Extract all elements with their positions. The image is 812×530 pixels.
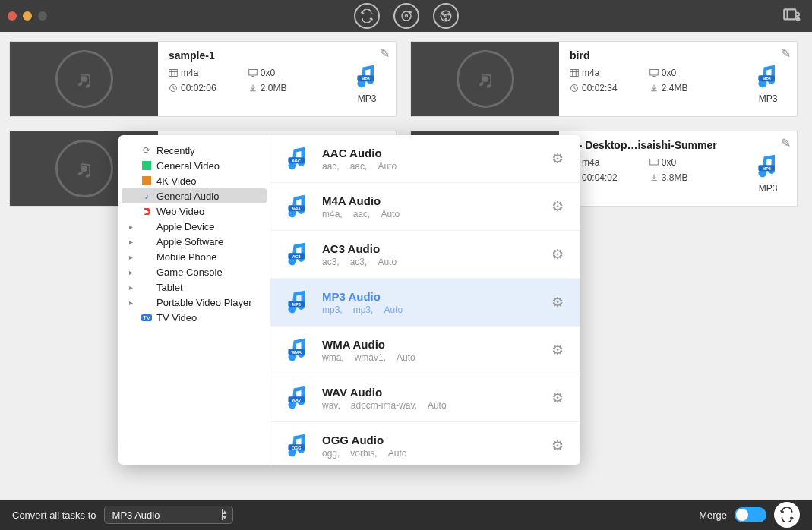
- format-icon: OGG: [284, 432, 311, 459]
- minimize-window[interactable]: [23, 11, 32, 21]
- svg-text:WMA: WMA: [291, 350, 302, 355]
- sidebar-item-apple-device[interactable]: ▸ Apple Device: [122, 219, 267, 234]
- gear-icon[interactable]: ⚙: [551, 150, 564, 167]
- sidebar-item-tv-video[interactable]: TV TV Video: [122, 310, 267, 325]
- sidebar-item-portable-video-player[interactable]: ▸ Portable Video Player: [122, 295, 267, 310]
- sidebar-item-general-video[interactable]: General Video: [122, 158, 267, 173]
- card-title: sample-1: [169, 49, 385, 62]
- sidebar-item-web-video[interactable]: ▶ Web Video: [122, 203, 267, 219]
- output-format-select[interactable]: MP3 Audio ▲▼: [104, 506, 233, 524]
- card-title: 9 - Desktop…isaishi-Summer: [570, 139, 786, 151]
- format-m4a[interactable]: M4A M4A Audio m4a,aac,Auto ⚙: [270, 183, 580, 231]
- format-title: WMA Audio: [322, 338, 415, 351]
- sidebar-item-label: General Audio: [156, 191, 219, 202]
- convert-all-label: Convert all tasks to: [12, 509, 96, 521]
- burn-tab-icon[interactable]: [433, 3, 459, 29]
- gear-icon[interactable]: ⚙: [551, 390, 564, 406]
- format-ogg[interactable]: OGG OGG Audio ogg,vorbis,Auto ⚙: [270, 422, 580, 465]
- task-card[interactable]: ♫ ✎ sample-1 m4a 00:02:06 0x0 2.0MB MP3 …: [9, 41, 397, 117]
- close-window[interactable]: [8, 11, 17, 21]
- blank-icon: [141, 297, 152, 308]
- task-card[interactable]: ♫ ✎ bird m4a 00:02:34 0x0 2.4MB MP3 MP3: [410, 41, 798, 117]
- music-note-icon: ♫: [75, 65, 93, 93]
- svg-text:AC3: AC3: [292, 254, 301, 259]
- yt-icon: ▶: [141, 206, 152, 216]
- note-icon: ♪: [141, 191, 152, 201]
- music-note-icon: ♫: [476, 65, 494, 93]
- media-library-icon[interactable]: [782, 5, 801, 27]
- gear-icon[interactable]: ⚙: [551, 437, 564, 454]
- svg-point-1: [405, 15, 407, 17]
- blank-icon: [141, 251, 152, 262]
- chevron-right-icon: ▸: [129, 222, 137, 231]
- blank-icon: [141, 221, 152, 232]
- sidebar-item-apple-software[interactable]: ▸ Apple Software: [122, 234, 267, 249]
- svg-text:MP3: MP3: [292, 302, 301, 307]
- main-area: ♫ ✎ sample-1 m4a 00:02:06 0x0 2.0MB MP3 …: [0, 32, 812, 500]
- sidebar-item-recently[interactable]: ⟳ Recently: [122, 143, 267, 158]
- card-size: 2.0MB: [248, 83, 287, 93]
- sidebar-item-label: 4K Video: [156, 175, 197, 187]
- convert-tab-icon[interactable]: [354, 3, 380, 29]
- format-subtitle: wma,wmav1,Auto: [322, 352, 415, 363]
- gear-icon[interactable]: ⚙: [551, 294, 564, 311]
- format-mp3[interactable]: MP3 MP3 Audio mp3,mp3,Auto ⚙: [270, 279, 580, 327]
- merge-label: Merge: [699, 509, 727, 521]
- format-title: M4A Audio: [322, 194, 400, 207]
- edit-icon[interactable]: ✎: [380, 46, 390, 61]
- zoom-window[interactable]: [38, 11, 47, 21]
- output-format[interactable]: MP3 MP3: [353, 63, 381, 104]
- sidebar-item-game-console[interactable]: ▸ Game Console: [122, 264, 267, 279]
- sidebar-item-mobile-phone[interactable]: ▸ Mobile Phone: [122, 249, 267, 264]
- svg-point-3: [444, 15, 447, 17]
- merge-toggle[interactable]: [735, 507, 766, 522]
- chevron-right-icon: ▸: [129, 253, 137, 261]
- sidebar-item-label: Apple Software: [156, 236, 223, 248]
- chevron-right-icon: ▸: [129, 298, 137, 307]
- format-ac3[interactable]: AC3 AC3 Audio ac3,ac3,Auto ⚙: [270, 231, 580, 279]
- card-format: m4a: [169, 68, 216, 78]
- rip-tab-icon[interactable]: [393, 3, 419, 29]
- svg-text:WAV: WAV: [292, 398, 301, 402]
- svg-rect-14: [570, 70, 579, 77]
- format-subtitle: ogg,vorbis,Auto: [322, 448, 406, 459]
- start-convert-button[interactable]: [774, 502, 800, 528]
- output-format[interactable]: MP3 MP3: [754, 153, 782, 194]
- card-dimensions: 0x0: [649, 157, 688, 168]
- gear-icon[interactable]: ⚙: [551, 246, 564, 263]
- clock-icon: ⟳: [141, 145, 152, 156]
- output-format[interactable]: MP3 MP3: [754, 63, 782, 104]
- card-duration: 00:02:06: [169, 83, 216, 93]
- edit-icon[interactable]: ✎: [781, 46, 791, 61]
- format-wma[interactable]: WMA WMA Audio wma,wmav1,Auto ⚙: [270, 327, 580, 374]
- svg-point-4: [442, 14, 444, 15]
- bottom-bar: Convert all tasks to MP3 Audio ▲▼ Merge: [0, 500, 812, 530]
- sidebar-item-label: Recently: [156, 145, 195, 156]
- sidebar-item-4k-video[interactable]: 4K Video: [122, 173, 267, 188]
- format-wav[interactable]: WAV WAV Audio wav,adpcm-ima-wav,Auto ⚙: [270, 374, 580, 422]
- edit-icon[interactable]: ✎: [781, 136, 791, 150]
- sidebar-item-general-audio[interactable]: ♪ General Audio: [122, 188, 267, 203]
- format-subtitle: m4a,aac,Auto: [322, 209, 400, 219]
- card-format: m4a: [570, 68, 618, 78]
- svg-point-5: [447, 14, 449, 15]
- format-list[interactable]: AAC AAC Audio aac,aac,Auto ⚙ M4A M4A Aud…: [270, 135, 580, 465]
- card-thumbnail: ♫: [10, 42, 158, 116]
- output-format-label: MP3: [759, 183, 778, 194]
- sidebar-item-label: Apple Device: [156, 221, 215, 232]
- music-note-icon: ♫: [75, 155, 93, 183]
- sidebar-item-label: Tablet: [156, 282, 183, 293]
- format-aac[interactable]: AAC AAC Audio aac,aac,Auto ⚙: [270, 135, 580, 183]
- card-dimensions: 0x0: [649, 68, 688, 78]
- svg-text:AAC: AAC: [292, 159, 301, 163]
- gear-icon[interactable]: ⚙: [551, 198, 564, 215]
- card-thumbnail: ♫: [411, 42, 559, 116]
- sidebar-item-tablet[interactable]: ▸ Tablet: [122, 279, 267, 295]
- format-subtitle: ac3,ac3,Auto: [322, 257, 397, 267]
- tv-icon: TV: [141, 312, 152, 323]
- format-icon: WAV: [284, 384, 311, 412]
- output-format-label: MP3: [358, 93, 377, 104]
- svg-rect-16: [649, 70, 658, 76]
- svg-rect-7: [784, 9, 795, 19]
- gear-icon[interactable]: ⚙: [551, 342, 564, 358]
